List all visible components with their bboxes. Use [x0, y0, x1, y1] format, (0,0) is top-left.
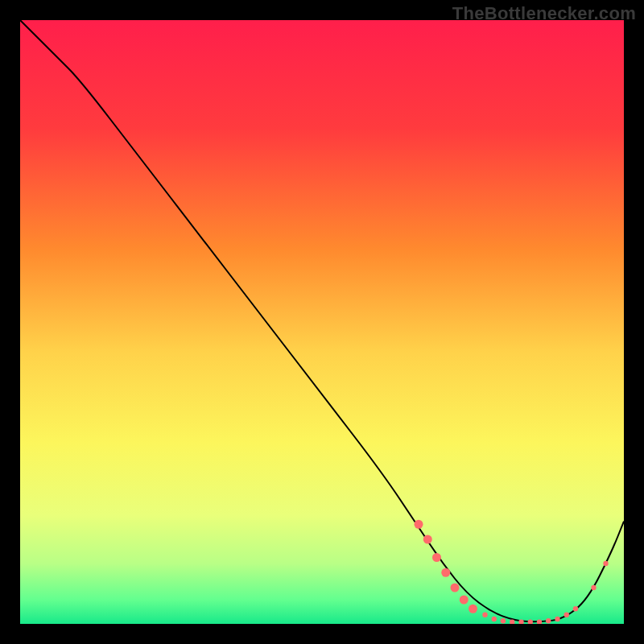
marker-point: [482, 613, 487, 617]
marker-point: [441, 568, 450, 577]
marker-point: [564, 613, 569, 617]
marker-point: [546, 618, 551, 623]
marker-point: [492, 617, 497, 621]
marker-point: [415, 520, 423, 529]
marker-point: [460, 596, 469, 605]
watermark-text: TheBottlenecker.com: [452, 3, 636, 24]
gradient-background: [20, 20, 624, 624]
bottleneck-chart: [20, 20, 624, 624]
marker-point: [432, 553, 441, 562]
marker-point: [423, 535, 432, 544]
marker-point: [469, 605, 477, 613]
marker-point: [451, 584, 460, 592]
marker-point: [501, 618, 506, 623]
marker-point: [555, 617, 559, 621]
chart-frame: TheBottlenecker.com: [0, 0, 644, 644]
plot-area: [20, 20, 624, 624]
marker-point: [573, 606, 578, 611]
marker-point: [591, 585, 596, 590]
marker-point: [603, 561, 608, 566]
